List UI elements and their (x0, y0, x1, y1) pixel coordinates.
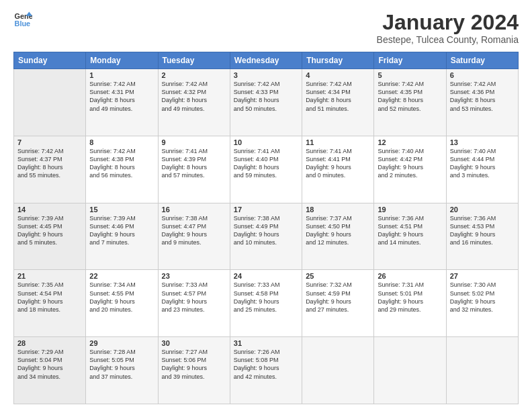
day-cell (14, 69, 86, 136)
day-cell: 12Sunrise: 7:40 AMSunset: 4:42 PMDayligh… (374, 136, 446, 203)
day-info: Sunrise: 7:40 AMSunset: 4:44 PMDaylight:… (450, 147, 515, 180)
day-number: 27 (450, 272, 515, 280)
day-info: Sunrise: 7:39 AMSunset: 4:46 PMDaylight:… (89, 214, 154, 247)
week-row-1: 1Sunrise: 7:42 AMSunset: 4:31 PMDaylight… (14, 69, 519, 136)
day-info: Sunrise: 7:39 AMSunset: 4:45 PMDaylight:… (17, 214, 82, 247)
day-info: Sunrise: 7:27 AMSunset: 5:06 PMDaylight:… (162, 348, 226, 381)
day-info: Sunrise: 7:32 AMSunset: 4:59 PMDaylight:… (306, 281, 370, 314)
day-cell (302, 337, 374, 404)
day-number: 5 (378, 71, 442, 79)
col-friday: Friday (374, 52, 446, 69)
days-header-row: Sunday Monday Tuesday Wednesday Thursday… (14, 52, 519, 69)
day-info: Sunrise: 7:42 AMSunset: 4:38 PMDaylight:… (89, 147, 154, 180)
day-info: Sunrise: 7:34 AMSunset: 4:55 PMDaylight:… (89, 281, 154, 314)
header: General Blue January 2024 Bestepe, Tulce… (13, 11, 519, 45)
day-number: 23 (162, 272, 226, 280)
col-thursday: Thursday (302, 52, 374, 69)
day-cell: 13Sunrise: 7:40 AMSunset: 4:44 PMDayligh… (446, 136, 518, 203)
day-cell: 22Sunrise: 7:34 AMSunset: 4:55 PMDayligh… (86, 270, 158, 337)
day-cell: 30Sunrise: 7:27 AMSunset: 5:06 PMDayligh… (158, 337, 230, 404)
day-info: Sunrise: 7:42 AMSunset: 4:35 PMDaylight:… (378, 80, 442, 113)
day-number: 8 (89, 138, 154, 146)
day-info: Sunrise: 7:26 AMSunset: 5:08 PMDaylight:… (234, 348, 298, 381)
week-row-5: 28Sunrise: 7:29 AMSunset: 5:04 PMDayligh… (14, 337, 519, 404)
day-number: 7 (17, 138, 82, 146)
day-cell (374, 337, 446, 404)
col-tuesday: Tuesday (158, 52, 230, 69)
day-info: Sunrise: 7:42 AMSunset: 4:31 PMDaylight:… (89, 80, 154, 113)
day-number: 17 (234, 205, 298, 214)
day-info: Sunrise: 7:42 AMSunset: 4:37 PMDaylight:… (17, 147, 82, 180)
calendar-page: General Blue January 2024 Bestepe, Tulce… (0, 0, 532, 411)
day-info: Sunrise: 7:40 AMSunset: 4:42 PMDaylight:… (378, 147, 442, 180)
day-cell: 10Sunrise: 7:41 AMSunset: 4:40 PMDayligh… (230, 136, 302, 203)
day-cell: 31Sunrise: 7:26 AMSunset: 5:08 PMDayligh… (230, 337, 302, 404)
day-number: 29 (89, 339, 154, 347)
day-cell: 8Sunrise: 7:42 AMSunset: 4:38 PMDaylight… (86, 136, 158, 203)
day-number: 31 (234, 339, 298, 347)
day-cell: 11Sunrise: 7:41 AMSunset: 4:41 PMDayligh… (302, 136, 374, 203)
day-cell: 9Sunrise: 7:41 AMSunset: 4:39 PMDaylight… (158, 136, 230, 203)
day-cell: 3Sunrise: 7:42 AMSunset: 4:33 PMDaylight… (230, 69, 302, 136)
day-cell: 19Sunrise: 7:36 AMSunset: 4:51 PMDayligh… (374, 203, 446, 270)
day-cell: 7Sunrise: 7:42 AMSunset: 4:37 PMDaylight… (14, 136, 86, 203)
col-saturday: Saturday (446, 52, 518, 69)
day-info: Sunrise: 7:41 AMSunset: 4:41 PMDaylight:… (306, 147, 370, 180)
day-cell: 17Sunrise: 7:38 AMSunset: 4:49 PMDayligh… (230, 203, 302, 270)
svg-text:Blue: Blue (15, 19, 31, 28)
day-info: Sunrise: 7:37 AMSunset: 4:50 PMDaylight:… (306, 214, 370, 247)
day-info: Sunrise: 7:33 AMSunset: 4:58 PMDaylight:… (234, 281, 298, 314)
day-number: 4 (306, 71, 370, 79)
day-number: 2 (162, 71, 226, 79)
day-info: Sunrise: 7:42 AMSunset: 4:32 PMDaylight:… (162, 80, 226, 113)
day-cell: 14Sunrise: 7:39 AMSunset: 4:45 PMDayligh… (14, 203, 86, 270)
day-info: Sunrise: 7:42 AMSunset: 4:36 PMDaylight:… (450, 80, 515, 113)
day-info: Sunrise: 7:41 AMSunset: 4:40 PMDaylight:… (234, 147, 298, 180)
day-info: Sunrise: 7:42 AMSunset: 4:34 PMDaylight:… (306, 80, 370, 113)
week-row-4: 21Sunrise: 7:35 AMSunset: 4:54 PMDayligh… (14, 270, 519, 337)
day-number: 18 (306, 205, 370, 214)
col-wednesday: Wednesday (230, 52, 302, 69)
day-info: Sunrise: 7:42 AMSunset: 4:33 PMDaylight:… (234, 80, 298, 113)
day-info: Sunrise: 7:28 AMSunset: 5:05 PMDaylight:… (89, 348, 154, 381)
day-info: Sunrise: 7:33 AMSunset: 4:57 PMDaylight:… (162, 281, 226, 314)
day-number: 15 (89, 205, 154, 214)
day-cell: 16Sunrise: 7:38 AMSunset: 4:47 PMDayligh… (158, 203, 230, 270)
day-number: 3 (234, 71, 298, 79)
col-sunday: Sunday (14, 52, 86, 69)
logo-icon: General Blue (13, 11, 32, 30)
day-cell: 5Sunrise: 7:42 AMSunset: 4:35 PMDaylight… (374, 69, 446, 136)
day-number: 21 (17, 272, 82, 280)
day-number: 26 (378, 272, 442, 280)
day-number: 10 (234, 138, 298, 146)
day-cell: 25Sunrise: 7:32 AMSunset: 4:59 PMDayligh… (302, 270, 374, 337)
calendar-table: Sunday Monday Tuesday Wednesday Thursday… (13, 52, 519, 404)
calendar-body: 1Sunrise: 7:42 AMSunset: 4:31 PMDaylight… (14, 69, 519, 404)
week-row-3: 14Sunrise: 7:39 AMSunset: 4:45 PMDayligh… (14, 203, 519, 270)
month-title: January 2024 (377, 11, 519, 34)
day-cell: 28Sunrise: 7:29 AMSunset: 5:04 PMDayligh… (14, 337, 86, 404)
day-cell (446, 337, 518, 404)
day-number: 19 (378, 205, 442, 214)
day-cell: 26Sunrise: 7:31 AMSunset: 5:01 PMDayligh… (374, 270, 446, 337)
day-cell: 29Sunrise: 7:28 AMSunset: 5:05 PMDayligh… (86, 337, 158, 404)
day-cell: 21Sunrise: 7:35 AMSunset: 4:54 PMDayligh… (14, 270, 86, 337)
day-number: 11 (306, 138, 370, 146)
day-info: Sunrise: 7:36 AMSunset: 4:53 PMDaylight:… (450, 214, 515, 247)
day-number: 22 (89, 272, 154, 280)
location: Bestepe, Tulcea County, Romania (377, 34, 519, 45)
day-info: Sunrise: 7:35 AMSunset: 4:54 PMDaylight:… (17, 281, 82, 314)
day-number: 6 (450, 71, 515, 79)
day-number: 20 (450, 205, 515, 214)
day-number: 30 (162, 339, 226, 347)
day-number: 24 (234, 272, 298, 280)
day-info: Sunrise: 7:41 AMSunset: 4:39 PMDaylight:… (162, 147, 226, 180)
day-number: 13 (450, 138, 515, 146)
day-info: Sunrise: 7:36 AMSunset: 4:51 PMDaylight:… (378, 214, 442, 247)
day-cell: 20Sunrise: 7:36 AMSunset: 4:53 PMDayligh… (446, 203, 518, 270)
week-row-2: 7Sunrise: 7:42 AMSunset: 4:37 PMDaylight… (14, 136, 519, 203)
day-info: Sunrise: 7:30 AMSunset: 5:02 PMDaylight:… (450, 281, 515, 314)
day-info: Sunrise: 7:38 AMSunset: 4:47 PMDaylight:… (162, 214, 226, 247)
col-monday: Monday (86, 52, 158, 69)
day-cell: 2Sunrise: 7:42 AMSunset: 4:32 PMDaylight… (158, 69, 230, 136)
